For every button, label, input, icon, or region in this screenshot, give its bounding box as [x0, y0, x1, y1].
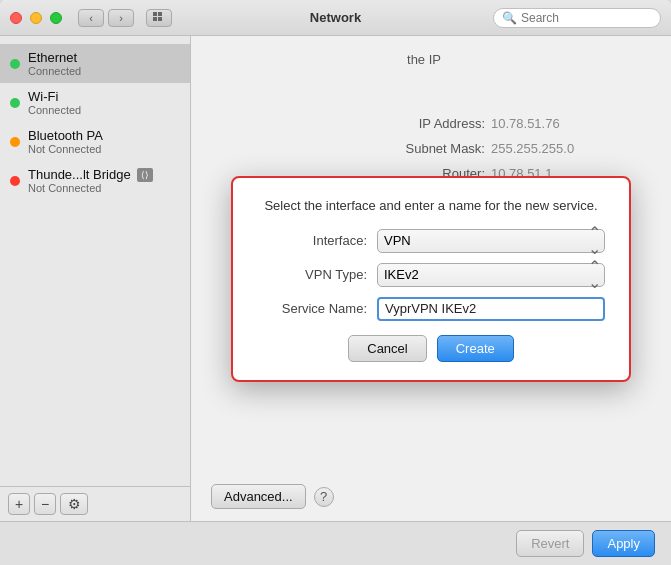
forward-button[interactable]: › [108, 9, 134, 27]
thunderbolt-icon: ⟨⟩ [137, 168, 153, 182]
svg-rect-2 [153, 17, 157, 21]
remove-network-button[interactable]: − [34, 493, 56, 515]
sidebar-item-thunderbolt[interactable]: Thunde...lt Bridge ⟨⟩ Not Connected [0, 161, 190, 200]
vpn-type-row: VPN Type: IKEv2 L2TP over IPSec Cisco IP… [257, 263, 605, 287]
create-button[interactable]: Create [437, 335, 514, 362]
main-content: Ethernet Connected Wi-Fi Connected Bluet… [0, 36, 671, 521]
wifi-status-dot [10, 98, 20, 108]
back-button[interactable]: ‹ [78, 9, 104, 27]
sidebar-item-bluetooth[interactable]: Bluetooth PA Not Connected [0, 122, 190, 161]
service-name-row: Service Name: [257, 297, 605, 321]
network-window: ‹ › Network 🔍 Ethernet Connected [0, 0, 671, 565]
modal-buttons: Cancel Create [257, 335, 605, 362]
sidebar-item-wifi[interactable]: Wi-Fi Connected [0, 83, 190, 122]
thunderbolt-status: Not Connected [28, 182, 180, 194]
ethernet-status: Connected [28, 65, 81, 77]
sidebar: Ethernet Connected Wi-Fi Connected Bluet… [0, 36, 191, 521]
wifi-status: Connected [28, 104, 81, 116]
modal-instruction: Select the interface and enter a name fo… [257, 198, 605, 213]
thunderbolt-name: Thunde...lt Bridge [28, 167, 131, 182]
vpn-type-select[interactable]: IKEv2 L2TP over IPSec Cisco IPSec [377, 263, 605, 287]
vpn-type-select-wrapper: IKEv2 L2TP over IPSec Cisco IPSec ⌃⌄ [377, 263, 605, 287]
search-box[interactable]: 🔍 [493, 8, 661, 28]
right-panel: the IP IP Address: 10.78.51.76 Subnet Ma… [191, 36, 671, 521]
interface-select-wrapper: VPN ⌃⌄ [377, 229, 605, 253]
svg-rect-3 [158, 17, 162, 21]
thunderbolt-status-dot [10, 176, 20, 186]
bluetooth-status: Not Connected [28, 143, 103, 155]
ethernet-status-dot [10, 59, 20, 69]
bottom-bar: Revert Apply [0, 521, 671, 565]
add-service-modal: Select the interface and enter a name fo… [231, 176, 631, 382]
svg-rect-1 [158, 12, 162, 16]
cancel-button[interactable]: Cancel [348, 335, 426, 362]
svg-rect-0 [153, 12, 157, 16]
sidebar-item-ethernet[interactable]: Ethernet Connected [0, 44, 190, 83]
close-button[interactable] [10, 12, 22, 24]
minimize-button[interactable] [30, 12, 42, 24]
search-icon: 🔍 [502, 11, 517, 25]
search-input[interactable] [521, 11, 651, 25]
interface-row: Interface: VPN ⌃⌄ [257, 229, 605, 253]
vpn-type-label: VPN Type: [257, 267, 367, 282]
modal-overlay: Select the interface and enter a name fo… [191, 36, 671, 521]
nav-buttons: ‹ › [78, 9, 134, 27]
service-name-label: Service Name: [257, 301, 367, 316]
bluetooth-status-dot [10, 137, 20, 147]
apply-button[interactable]: Apply [592, 530, 655, 557]
wifi-name: Wi-Fi [28, 89, 81, 104]
service-name-input[interactable] [377, 297, 605, 321]
gear-button[interactable]: ⚙ [60, 493, 88, 515]
sidebar-footer: + − ⚙ [0, 486, 190, 521]
maximize-button[interactable] [50, 12, 62, 24]
titlebar: ‹ › Network 🔍 [0, 0, 671, 36]
add-network-button[interactable]: + [8, 493, 30, 515]
interface-label: Interface: [257, 233, 367, 248]
window-title: Network [310, 10, 361, 25]
ethernet-name: Ethernet [28, 50, 81, 65]
interface-select[interactable]: VPN [377, 229, 605, 253]
revert-button[interactable]: Revert [516, 530, 584, 557]
grid-button[interactable] [146, 9, 172, 27]
bluetooth-name: Bluetooth PA [28, 128, 103, 143]
